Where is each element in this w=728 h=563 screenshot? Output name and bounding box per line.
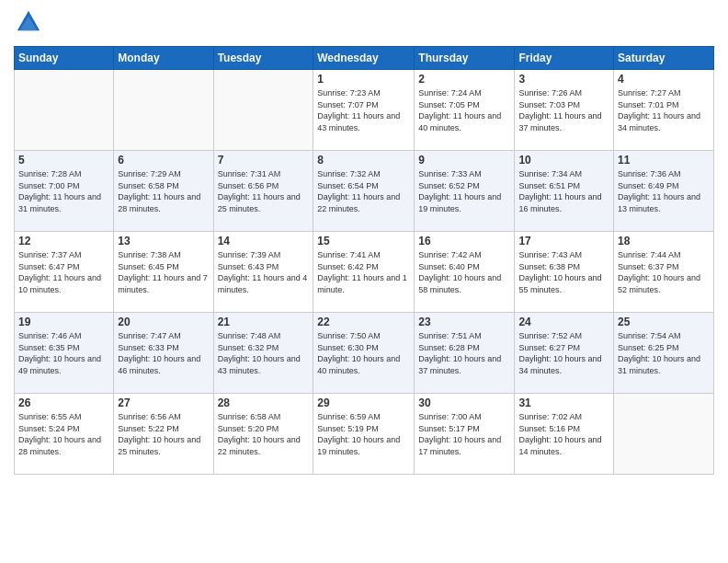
day-number: 7 xyxy=(218,154,310,167)
day-info: Sunrise: 7:50 AM Sunset: 6:30 PM Dayligh… xyxy=(317,330,410,376)
calendar-cell: 2Sunrise: 7:24 AM Sunset: 7:05 PM Daylig… xyxy=(415,70,515,151)
calendar-cell: 15Sunrise: 7:41 AM Sunset: 6:42 PM Dayli… xyxy=(313,232,415,313)
calendar-cell: 26Sunrise: 6:55 AM Sunset: 5:24 PM Dayli… xyxy=(15,394,114,475)
calendar-cell: 21Sunrise: 7:48 AM Sunset: 6:32 PM Dayli… xyxy=(213,313,313,394)
calendar-cell: 22Sunrise: 7:50 AM Sunset: 6:30 PM Dayli… xyxy=(313,313,415,394)
weekday-header-monday: Monday xyxy=(114,47,213,70)
day-number: 5 xyxy=(18,154,109,167)
day-number: 21 xyxy=(218,316,310,328)
calendar-cell: 5Sunrise: 7:28 AM Sunset: 7:00 PM Daylig… xyxy=(15,151,114,232)
day-number: 22 xyxy=(317,316,410,328)
day-info: Sunrise: 7:26 AM Sunset: 7:03 PM Dayligh… xyxy=(518,87,609,133)
day-number: 18 xyxy=(618,235,710,247)
weekday-header-friday: Friday xyxy=(515,47,614,70)
day-number: 11 xyxy=(618,154,710,167)
weekday-header-tuesday: Tuesday xyxy=(213,47,313,70)
day-info: Sunrise: 7:54 AM Sunset: 6:25 PM Dayligh… xyxy=(618,330,710,376)
day-number: 23 xyxy=(418,316,510,328)
day-number: 28 xyxy=(218,396,310,409)
day-info: Sunrise: 6:58 AM Sunset: 5:20 PM Dayligh… xyxy=(218,411,310,457)
header xyxy=(14,9,714,39)
day-info: Sunrise: 7:38 AM Sunset: 6:45 PM Dayligh… xyxy=(118,249,209,295)
day-info: Sunrise: 7:29 AM Sunset: 6:58 PM Dayligh… xyxy=(118,168,209,214)
day-number: 31 xyxy=(518,396,609,409)
day-number: 16 xyxy=(418,235,510,247)
day-number: 20 xyxy=(118,316,209,328)
calendar-cell: 19Sunrise: 7:46 AM Sunset: 6:35 PM Dayli… xyxy=(15,313,114,394)
day-info: Sunrise: 6:55 AM Sunset: 5:24 PM Dayligh… xyxy=(18,411,109,457)
weekday-header-thursday: Thursday xyxy=(415,47,515,70)
day-info: Sunrise: 7:46 AM Sunset: 6:35 PM Dayligh… xyxy=(18,330,109,376)
calendar-cell: 10Sunrise: 7:34 AM Sunset: 6:51 PM Dayli… xyxy=(515,151,614,232)
calendar-cell: 9Sunrise: 7:33 AM Sunset: 6:52 PM Daylig… xyxy=(415,151,515,232)
calendar-cell: 24Sunrise: 7:52 AM Sunset: 6:27 PM Dayli… xyxy=(515,313,614,394)
day-info: Sunrise: 7:34 AM Sunset: 6:51 PM Dayligh… xyxy=(518,168,609,214)
weekday-header-row: SundayMondayTuesdayWednesdayThursdayFrid… xyxy=(15,47,714,70)
calendar-cell: 14Sunrise: 7:39 AM Sunset: 6:43 PM Dayli… xyxy=(213,232,313,313)
calendar-cell xyxy=(213,70,313,151)
day-info: Sunrise: 7:31 AM Sunset: 6:56 PM Dayligh… xyxy=(218,168,310,214)
day-info: Sunrise: 6:56 AM Sunset: 5:22 PM Dayligh… xyxy=(118,411,209,457)
weekday-header-saturday: Saturday xyxy=(614,47,714,70)
calendar-cell: 23Sunrise: 7:51 AM Sunset: 6:28 PM Dayli… xyxy=(415,313,515,394)
logo xyxy=(14,9,45,39)
day-info: Sunrise: 7:39 AM Sunset: 6:43 PM Dayligh… xyxy=(218,249,310,295)
calendar-cell: 6Sunrise: 7:29 AM Sunset: 6:58 PM Daylig… xyxy=(114,151,213,232)
day-info: Sunrise: 7:51 AM Sunset: 6:28 PM Dayligh… xyxy=(418,330,510,376)
day-info: Sunrise: 7:27 AM Sunset: 7:01 PM Dayligh… xyxy=(618,87,710,133)
day-number: 19 xyxy=(18,316,109,328)
day-number: 26 xyxy=(18,396,109,409)
calendar-cell: 7Sunrise: 7:31 AM Sunset: 6:56 PM Daylig… xyxy=(213,151,313,232)
day-number: 10 xyxy=(518,154,609,167)
day-number: 1 xyxy=(317,73,410,86)
calendar-cell: 30Sunrise: 7:00 AM Sunset: 5:17 PM Dayli… xyxy=(415,394,515,475)
day-info: Sunrise: 7:44 AM Sunset: 6:37 PM Dayligh… xyxy=(618,249,710,295)
day-info: Sunrise: 7:00 AM Sunset: 5:17 PM Dayligh… xyxy=(418,411,510,457)
day-info: Sunrise: 7:47 AM Sunset: 6:33 PM Dayligh… xyxy=(118,330,209,376)
day-number: 25 xyxy=(618,316,710,328)
calendar-cell: 29Sunrise: 6:59 AM Sunset: 5:19 PM Dayli… xyxy=(313,394,415,475)
calendar-cell: 25Sunrise: 7:54 AM Sunset: 6:25 PM Dayli… xyxy=(614,313,714,394)
calendar-cell: 17Sunrise: 7:43 AM Sunset: 6:38 PM Dayli… xyxy=(515,232,614,313)
day-number: 17 xyxy=(518,235,609,247)
day-number: 27 xyxy=(118,396,209,409)
day-number: 8 xyxy=(317,154,410,167)
day-info: Sunrise: 7:42 AM Sunset: 6:40 PM Dayligh… xyxy=(418,249,510,295)
day-info: Sunrise: 7:36 AM Sunset: 6:49 PM Dayligh… xyxy=(618,168,710,214)
logo-icon xyxy=(16,9,41,35)
calendar-cell: 1Sunrise: 7:23 AM Sunset: 7:07 PM Daylig… xyxy=(313,70,415,151)
day-number: 4 xyxy=(618,73,710,86)
calendar-cell xyxy=(614,394,714,475)
calendar-cell: 18Sunrise: 7:44 AM Sunset: 6:37 PM Dayli… xyxy=(614,232,714,313)
week-row-2: 5Sunrise: 7:28 AM Sunset: 7:00 PM Daylig… xyxy=(15,151,714,232)
day-info: Sunrise: 7:52 AM Sunset: 6:27 PM Dayligh… xyxy=(518,330,609,376)
calendar-cell xyxy=(114,70,213,151)
day-number: 3 xyxy=(518,73,609,86)
day-number: 2 xyxy=(418,73,510,86)
week-row-3: 12Sunrise: 7:37 AM Sunset: 6:47 PM Dayli… xyxy=(15,232,714,313)
weekday-header-sunday: Sunday xyxy=(15,47,114,70)
calendar-cell: 20Sunrise: 7:47 AM Sunset: 6:33 PM Dayli… xyxy=(114,313,213,394)
day-info: Sunrise: 7:33 AM Sunset: 6:52 PM Dayligh… xyxy=(418,168,510,214)
calendar-cell: 8Sunrise: 7:32 AM Sunset: 6:54 PM Daylig… xyxy=(313,151,415,232)
day-number: 29 xyxy=(317,396,410,409)
calendar-cell: 13Sunrise: 7:38 AM Sunset: 6:45 PM Dayli… xyxy=(114,232,213,313)
day-number: 12 xyxy=(18,235,109,247)
page: SundayMondayTuesdayWednesdayThursdayFrid… xyxy=(0,0,728,563)
day-info: Sunrise: 7:43 AM Sunset: 6:38 PM Dayligh… xyxy=(518,249,609,295)
week-row-1: 1Sunrise: 7:23 AM Sunset: 7:07 PM Daylig… xyxy=(15,70,714,151)
day-info: Sunrise: 7:02 AM Sunset: 5:16 PM Dayligh… xyxy=(518,411,609,457)
calendar-cell: 4Sunrise: 7:27 AM Sunset: 7:01 PM Daylig… xyxy=(614,70,714,151)
calendar-cell: 16Sunrise: 7:42 AM Sunset: 6:40 PM Dayli… xyxy=(415,232,515,313)
weekday-header-wednesday: Wednesday xyxy=(313,47,415,70)
day-number: 6 xyxy=(118,154,209,167)
day-number: 15 xyxy=(317,235,410,247)
day-info: Sunrise: 7:41 AM Sunset: 6:42 PM Dayligh… xyxy=(317,249,410,295)
day-info: Sunrise: 6:59 AM Sunset: 5:19 PM Dayligh… xyxy=(317,411,410,457)
calendar-cell: 11Sunrise: 7:36 AM Sunset: 6:49 PM Dayli… xyxy=(614,151,714,232)
week-row-5: 26Sunrise: 6:55 AM Sunset: 5:24 PM Dayli… xyxy=(15,394,714,475)
day-number: 9 xyxy=(418,154,510,167)
day-number: 24 xyxy=(518,316,609,328)
calendar-table: SundayMondayTuesdayWednesdayThursdayFrid… xyxy=(14,46,714,475)
calendar-cell: 31Sunrise: 7:02 AM Sunset: 5:16 PM Dayli… xyxy=(515,394,614,475)
